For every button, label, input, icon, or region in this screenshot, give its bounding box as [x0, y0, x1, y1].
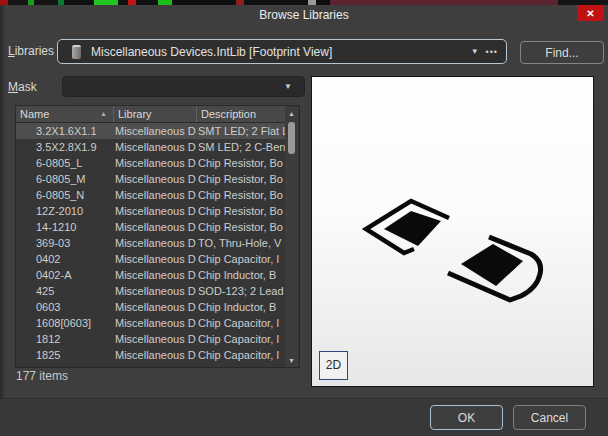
cell-name: 14-1210 [16, 219, 113, 235]
dialog-title: Browse Libraries [259, 8, 348, 22]
cell-desc: Chip Capacitor, I [196, 315, 288, 331]
ok-button[interactable]: OK [430, 405, 503, 430]
cell-desc: TO, Thru-Hole, V [196, 235, 288, 251]
view-mode-badge[interactable]: 2D [319, 351, 348, 380]
table-row[interactable]: 1608[0603]Miscellaneous DChip Capacitor,… [16, 315, 288, 331]
cancel-button[interactable]: Cancel [513, 405, 586, 430]
cell-library: Miscellaneous D [113, 347, 196, 363]
cell-name: 1608[0603] [16, 315, 113, 331]
cell-name: 0402 [16, 251, 113, 267]
cell-library: Miscellaneous D [113, 187, 196, 203]
cell-library: Miscellaneous D [113, 267, 196, 283]
cell-desc: Chip Capacitor, I [196, 251, 288, 267]
libraries-dropdown[interactable]: Miscellaneous Devices.IntLib [Footprint … [57, 39, 507, 64]
close-button[interactable]: ✕ [577, 5, 604, 21]
cell-library: Miscellaneous D [113, 331, 196, 347]
cell-library: Miscellaneous D [113, 315, 196, 331]
library-icon [72, 45, 81, 59]
cell-name: 369-03 [16, 235, 113, 251]
table-row[interactable]: 0603Miscellaneous DChip Inductor, B [16, 299, 288, 315]
cell-library: Miscellaneous D [113, 171, 196, 187]
close-icon: ✕ [586, 8, 594, 19]
cell-desc: Chip Resistor, Bo [196, 219, 288, 235]
table-row[interactable]: 1812Miscellaneous DChip Capacitor, I [16, 331, 288, 347]
scroll-up-icon[interactable]: ▲ [285, 110, 298, 117]
table-row[interactable]: 425Miscellaneous DSOD-123; 2 Lead [16, 283, 288, 299]
table-row[interactable]: 12Z-2010Miscellaneous DChip Resistor, Bo [16, 203, 288, 219]
table-header: Name ▲ Library Description [16, 106, 286, 123]
cell-library: Miscellaneous D [113, 363, 196, 368]
footprint-preview-panel[interactable]: 2D [311, 76, 594, 387]
cell-desc: Chip Resistor, Bo [196, 203, 288, 219]
column-label-library: Library [118, 108, 152, 120]
sort-ascending-icon: ▲ [100, 106, 107, 122]
cell-library: Miscellaneous D [113, 123, 196, 139]
table-row[interactable]: 6-0805_NMiscellaneous DChip Resistor, Bo [16, 187, 288, 203]
cell-name: 2020 [16, 363, 113, 368]
cell-name: 6-0805_M [16, 171, 113, 187]
cell-library: Miscellaneous D [113, 235, 196, 251]
scroll-down-icon[interactable]: ▼ [285, 357, 298, 364]
cell-library: Miscellaneous D [113, 251, 196, 267]
cell-desc: SM LED; 2 C-Ben [196, 139, 288, 155]
column-label-description: Description [201, 108, 256, 120]
chevron-down-icon[interactable]: ▼ [280, 82, 296, 91]
find-button[interactable]: Find... [520, 41, 604, 64]
cell-library: Miscellaneous D [113, 203, 196, 219]
column-header-description[interactable]: Description [196, 106, 286, 122]
cell-desc: Chip Capacitor, I [196, 331, 288, 347]
status-items-count: 177 items [16, 369, 68, 383]
scrollbar-thumb[interactable] [288, 122, 295, 154]
cell-desc: Chip Inductor, B [196, 299, 288, 315]
cell-desc: Chip Resistor, Bo [196, 155, 288, 171]
footprints-table: Name ▲ Library Description 3.2X1.6X1.1Mi… [15, 105, 300, 368]
column-header-library[interactable]: Library [113, 106, 196, 122]
table-row[interactable]: 6-0805_MMiscellaneous DChip Resistor, Bo [16, 171, 288, 187]
cell-name: 1812 [16, 331, 113, 347]
cell-desc: Chip Resistor, Bo [196, 187, 288, 203]
mask-label: Mask [8, 80, 37, 94]
cell-name: 6-0805_L [16, 155, 113, 171]
cell-name: 425 [16, 283, 113, 299]
column-label-name: Name [20, 108, 49, 120]
cell-library: Miscellaneous D [113, 219, 196, 235]
cell-desc: SMT LED; 2 Flat L [196, 123, 288, 139]
cell-desc: Chip Resistor, Bo [196, 171, 288, 187]
cell-desc: Chip Inductor, B [196, 267, 288, 283]
table-row[interactable]: 0402Miscellaneous DChip Capacitor, I [16, 251, 288, 267]
cell-library: Miscellaneous D [113, 283, 196, 299]
cell-library: Miscellaneous D [113, 139, 196, 155]
cell-name: 0402-A [16, 267, 113, 283]
table-row[interactable]: 3.5X2.8X1.9Miscellaneous DSM LED; 2 C-Be… [16, 139, 288, 155]
cell-library: Miscellaneous D [113, 299, 196, 315]
table-row[interactable]: 3.2X1.6X1.1Miscellaneous DSMT LED; 2 Fla… [16, 123, 288, 139]
table-body: 3.2X1.6X1.1Miscellaneous DSMT LED; 2 Fla… [16, 123, 288, 368]
table-row[interactable]: 0402-AMiscellaneous DChip Inductor, B [16, 267, 288, 283]
libraries-label: Libraries [8, 44, 54, 58]
table-scrollbar[interactable]: ▲ ▼ [285, 107, 298, 367]
column-header-name[interactable]: Name ▲ [16, 106, 113, 122]
table-row[interactable]: 1825Miscellaneous DChip Capacitor, I [16, 347, 288, 363]
footprint-graphic [312, 77, 595, 388]
cell-name: 12Z-2010 [16, 203, 113, 219]
table-row[interactable]: 14-1210Miscellaneous DChip Resistor, Bo [16, 219, 288, 235]
cell-name: 3.5X2.8X1.9 [16, 139, 113, 155]
libraries-selected-value: Miscellaneous Devices.IntLib [Footprint … [91, 45, 467, 59]
browse-libraries-dialog: Browse Libraries ✕ Libraries Miscellaneo… [0, 0, 608, 436]
table-row[interactable]: 2020Miscellaneous DChip Inductor, B [16, 363, 288, 368]
dialog-titlebar[interactable]: Browse Libraries [0, 5, 608, 25]
cell-library: Miscellaneous D [113, 155, 196, 171]
cell-name: 1825 [16, 347, 113, 363]
cell-name: 6-0805_N [16, 187, 113, 203]
mask-dropdown[interactable]: ▼ [62, 76, 305, 97]
cell-name: 0603 [16, 299, 113, 315]
table-row[interactable]: 6-0805_LMiscellaneous DChip Resistor, Bo [16, 155, 288, 171]
chevron-down-icon[interactable]: ▼ [467, 47, 483, 56]
cell-desc: Chip Capacitor, I [196, 347, 288, 363]
ellipsis-icon[interactable]: ••• [483, 47, 498, 57]
dialog-footer: OK Cancel [0, 398, 608, 436]
table-row[interactable]: 369-03Miscellaneous DTO, Thru-Hole, V [16, 235, 288, 251]
cell-desc: SOD-123; 2 Lead [196, 283, 288, 299]
cell-name: 3.2X1.6X1.1 [16, 123, 113, 139]
cell-desc: Chip Inductor, B [196, 363, 288, 368]
